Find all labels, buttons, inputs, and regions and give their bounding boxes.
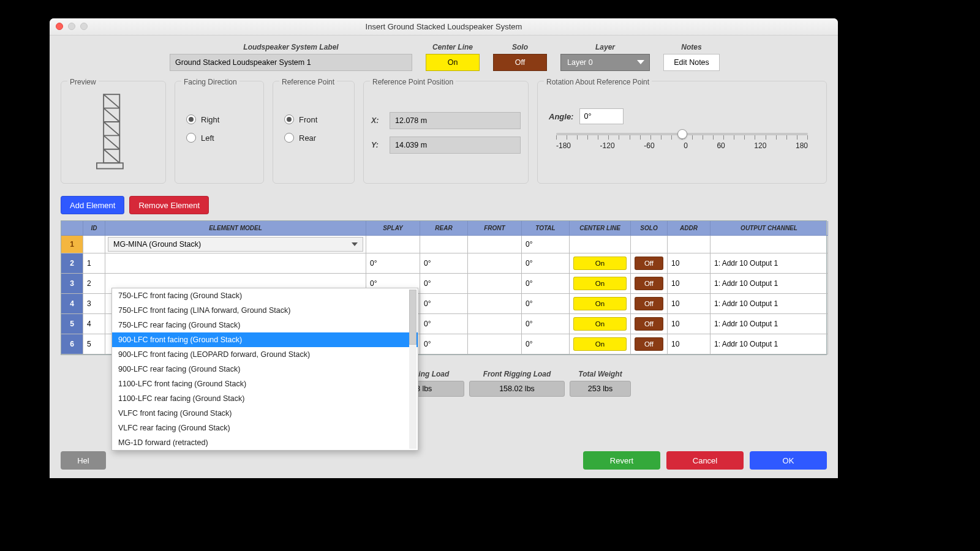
dropdown-item[interactable]: 750-LFC front facing (LINA forward, Grou… xyxy=(112,303,418,318)
cell-solo[interactable]: Off xyxy=(631,253,668,274)
cell-centerline[interactable] xyxy=(570,236,631,253)
dropdown-item[interactable]: 1100-LFC rear facing (Ground Stack) xyxy=(112,391,418,406)
dropdown-scrollbar-thumb[interactable] xyxy=(409,290,417,345)
cell-rear[interactable]: 0° xyxy=(420,314,468,334)
solo-pill[interactable]: Off xyxy=(635,317,663,331)
cell-output[interactable]: 1: Addr 10 Output 1 xyxy=(710,334,828,354)
solo-toggle[interactable]: Off xyxy=(493,54,547,71)
col-front[interactable]: FRONT xyxy=(468,221,522,236)
system-label-field[interactable]: Ground Stacked Loudspeaker System 1 xyxy=(170,54,412,71)
table-row[interactable]: 210°0°0°OnOff101: Addr 10 Output 1 xyxy=(61,253,826,274)
help-button[interactable]: Hel xyxy=(61,451,106,470)
table-row[interactable]: 1 MG-MINA (Ground Stack) 0° xyxy=(61,236,826,253)
angle-input[interactable]: 0° xyxy=(579,108,624,124)
cell-output[interactable]: 1: Addr 10 Output 1 xyxy=(710,314,828,334)
cell-solo[interactable] xyxy=(631,236,668,253)
cell-model[interactable] xyxy=(105,253,366,274)
cell-centerline[interactable]: On xyxy=(570,294,631,314)
cell-front[interactable] xyxy=(468,314,522,334)
cell-total[interactable]: 0° xyxy=(522,274,570,294)
cell-addr[interactable] xyxy=(668,236,710,253)
cancel-button[interactable]: Cancel xyxy=(666,451,744,470)
cell-total[interactable]: 0° xyxy=(522,334,570,354)
cell-id[interactable] xyxy=(83,236,105,253)
col-rear[interactable]: REAR xyxy=(420,221,468,236)
solo-pill[interactable]: Off xyxy=(635,257,663,270)
cell-addr[interactable]: 10 xyxy=(668,253,710,274)
cell-solo[interactable]: Off xyxy=(631,294,668,314)
cell-addr[interactable]: 10 xyxy=(668,334,710,354)
cell-id[interactable]: 2 xyxy=(83,274,105,294)
cell-total[interactable]: 0° xyxy=(522,294,570,314)
cell-centerline[interactable]: On xyxy=(570,334,631,354)
col-solo[interactable]: SOLO xyxy=(631,221,668,236)
refpoint-front-radio[interactable]: Front xyxy=(284,114,347,124)
model-dropdown[interactable]: 750-LFC front facing (Ground Stack)750-L… xyxy=(111,288,418,451)
dropdown-item[interactable]: 900-LFC rear facing (Ground Stack) xyxy=(112,362,418,377)
cell-rear[interactable]: 0° xyxy=(420,294,468,314)
cell-addr[interactable]: 10 xyxy=(668,314,710,334)
dropdown-item[interactable]: 900-LFC front facing (Ground Stack) xyxy=(112,332,418,347)
cell-front[interactable] xyxy=(468,294,522,314)
centerline-pill[interactable]: On xyxy=(573,277,627,290)
cell-total[interactable]: 0° xyxy=(522,253,570,274)
col-output[interactable]: OUTPUT CHANNEL xyxy=(710,221,828,236)
cell-front[interactable] xyxy=(468,236,522,253)
cell-rear[interactable] xyxy=(420,236,468,253)
cell-front[interactable] xyxy=(468,253,522,274)
cell-addr[interactable]: 10 xyxy=(668,274,710,294)
cell-centerline[interactable]: On xyxy=(570,274,631,294)
dropdown-item[interactable]: 750-LFC rear facing (Ground Stack) xyxy=(112,318,418,332)
cell-front[interactable] xyxy=(468,334,522,354)
col-centerline[interactable]: CENTER LINE xyxy=(570,221,631,236)
cell-solo[interactable]: Off xyxy=(631,334,668,354)
cell-rear[interactable]: 0° xyxy=(420,334,468,354)
facing-right-radio[interactable]: Right xyxy=(186,114,256,124)
dropdown-item[interactable]: 900-LFC front facing (LEOPARD forward, G… xyxy=(112,347,418,362)
close-icon[interactable] xyxy=(56,23,63,30)
dropdown-item[interactable]: VLFC rear facing (Ground Stack) xyxy=(112,421,418,435)
edit-notes-button[interactable]: Edit Notes xyxy=(663,54,720,71)
cell-id[interactable]: 5 xyxy=(83,334,105,354)
cell-model[interactable]: MG-MINA (Ground Stack) xyxy=(105,236,366,253)
dropdown-item[interactable]: VLFC front facing (Ground Stack) xyxy=(112,406,418,421)
cell-id[interactable]: 1 xyxy=(83,253,105,274)
model-select[interactable]: MG-MINA (Ground Stack) xyxy=(108,237,363,252)
cell-rear[interactable]: 0° xyxy=(420,274,468,294)
y-input[interactable]: 14.039 m xyxy=(390,137,521,154)
ok-button[interactable]: OK xyxy=(750,451,827,470)
col-addr[interactable]: ADDR xyxy=(668,221,710,236)
cell-splay[interactable] xyxy=(366,236,420,253)
cell-centerline[interactable]: On xyxy=(570,314,631,334)
facing-left-radio[interactable]: Left xyxy=(186,133,256,143)
cell-output[interactable]: 1: Addr 10 Output 1 xyxy=(710,253,828,274)
centerline-pill[interactable]: On xyxy=(573,257,627,270)
revert-button[interactable]: Revert xyxy=(583,451,660,470)
dropdown-item[interactable]: 1100-LFC front facing (Ground Stack) xyxy=(112,377,418,391)
cell-output[interactable] xyxy=(710,236,828,253)
cell-rear[interactable]: 0° xyxy=(420,253,468,274)
add-element-button[interactable]: Add Element xyxy=(61,196,124,214)
cell-solo[interactable]: Off xyxy=(631,314,668,334)
angle-slider[interactable]: -180-120-60060120180 xyxy=(545,128,819,152)
dropdown-item[interactable]: 750-LFC front facing (Ground Stack) xyxy=(112,288,418,303)
cell-centerline[interactable]: On xyxy=(570,253,631,274)
centerline-pill[interactable]: On xyxy=(573,337,627,351)
centerline-pill[interactable]: On xyxy=(573,317,627,331)
cell-solo[interactable]: Off xyxy=(631,274,668,294)
col-splay[interactable]: SPLAY xyxy=(366,221,420,236)
center-line-toggle[interactable]: On xyxy=(426,54,480,71)
layer-select[interactable]: Layer 0 xyxy=(560,54,650,71)
cell-id[interactable]: 4 xyxy=(83,314,105,334)
cell-front[interactable] xyxy=(468,274,522,294)
solo-pill[interactable]: Off xyxy=(635,337,663,351)
solo-pill[interactable]: Off xyxy=(635,277,663,290)
col-model[interactable]: ELEMENT MODEL xyxy=(105,221,366,236)
cell-addr[interactable]: 10 xyxy=(668,294,710,314)
centerline-pill[interactable]: On xyxy=(573,297,627,310)
solo-pill[interactable]: Off xyxy=(635,297,663,310)
slider-thumb[interactable] xyxy=(677,129,687,139)
remove-element-button[interactable]: Remove Element xyxy=(129,196,209,214)
refpoint-rear-radio[interactable]: Rear xyxy=(284,133,347,143)
cell-splay[interactable]: 0° xyxy=(366,253,420,274)
